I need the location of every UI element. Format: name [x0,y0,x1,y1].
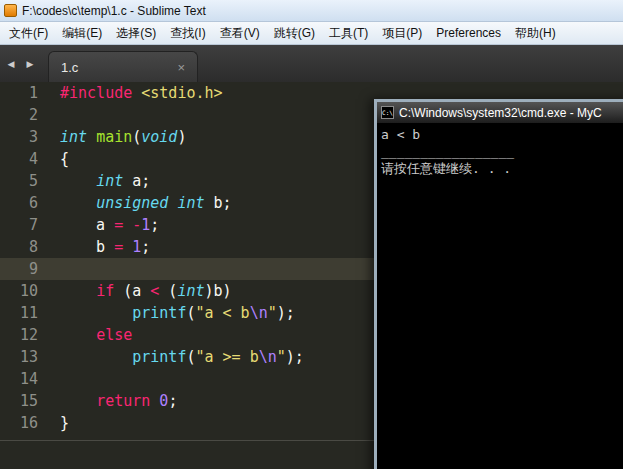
line-number: 4 [0,148,38,170]
code-text: b = 1; [38,236,150,258]
code-text: #include <stdio.h> [38,82,223,104]
code-text: return 0; [38,390,177,412]
code-text [38,104,60,126]
menu-item[interactable]: 查找(I) [163,22,212,45]
line-number: 14 [0,368,38,390]
cmd-window-title: C:\Windows\system32\cmd.exe - MyC [399,106,602,120]
line-number: 1 [0,82,38,104]
line-number: 9 [0,258,38,280]
tab-back-icon[interactable]: ◀ [3,54,19,74]
menu-item[interactable]: 文件(F) [2,22,55,45]
cmd-output-line: _________________ [381,143,623,160]
menu-item[interactable]: 工具(T) [322,22,375,45]
tab-label: 1.c [61,60,78,75]
code-text: if (a < (int)b) [38,280,232,302]
line-number: 11 [0,302,38,324]
menu-bar: 文件(F)编辑(E)选择(S)查找(I)查看(V)跳转(G)工具(T)项目(P)… [0,22,623,45]
cmd-body[interactable]: a < b_________________请按任意键继续. . . [377,123,623,469]
menu-item[interactable]: 选择(S) [109,22,163,45]
cmd-title-bar[interactable]: C:\ C:\Windows\system32\cmd.exe - MyC [377,102,623,123]
code-text: } [38,412,69,434]
tab-close-icon[interactable]: × [177,60,185,75]
cmd-output-line: 请按任意键继续. . . [381,160,623,177]
line-number: 15 [0,390,38,412]
app-icon [4,4,17,17]
tab-bar: ◀ ▶ 1.c × [0,45,623,82]
menu-item[interactable]: 帮助(H) [508,22,563,45]
line-number: 5 [0,170,38,192]
menu-item[interactable]: 编辑(E) [55,22,109,45]
tab-forward-icon[interactable]: ▶ [22,54,38,74]
menu-item[interactable]: 跳转(G) [267,22,322,45]
line-number: 3 [0,126,38,148]
tab-1c[interactable]: 1.c × [48,51,198,82]
menu-item[interactable]: 项目(P) [375,22,429,45]
menu-item[interactable]: 查看(V) [213,22,267,45]
menu-item[interactable]: Preferences [429,23,508,43]
line-number: 12 [0,324,38,346]
sublime-window: F:\codes\c\temp\1.c - Sublime Text 文件(F)… [0,0,623,469]
cmd-window: C:\ C:\Windows\system32\cmd.exe - MyC a … [374,99,623,469]
code-text [38,368,60,390]
code-text: else [38,324,132,346]
title-bar[interactable]: F:\codes\c\temp\1.c - Sublime Text [0,0,623,22]
line-number: 10 [0,280,38,302]
code-text: printf("a >= b\n"); [38,346,304,368]
line-number: 7 [0,214,38,236]
code-text: unsigned int b; [38,192,232,214]
cmd-output-line: a < b [381,126,623,143]
line-number: 13 [0,346,38,368]
line-number: 8 [0,236,38,258]
line-number: 16 [0,412,38,434]
code-text: int a; [38,170,150,192]
code-text: printf("a < b\n"); [38,302,295,324]
code-text: a = -1; [38,214,159,236]
code-text [38,258,60,280]
window-title: F:\codes\c\temp\1.c - Sublime Text [22,4,206,18]
code-text: int main(void) [38,126,186,148]
code-text: { [38,148,69,170]
cmd-icon: C:\ [381,106,394,119]
line-number: 2 [0,104,38,126]
line-number: 6 [0,192,38,214]
